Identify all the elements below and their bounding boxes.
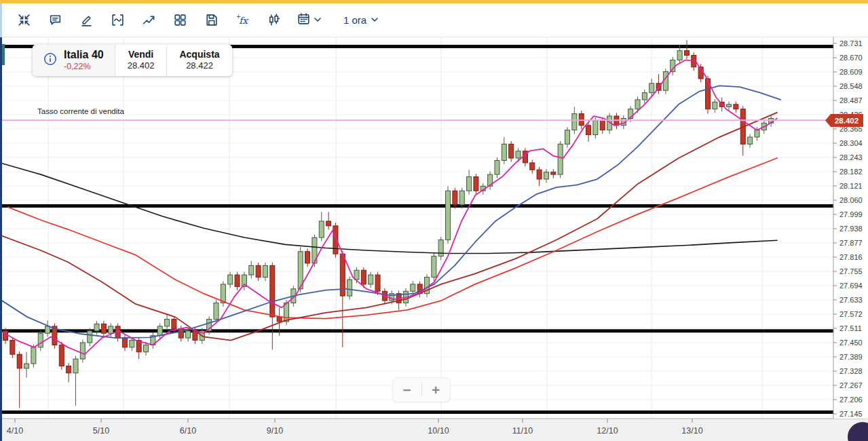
svg-text:28.243: 28.243 — [839, 153, 863, 161]
svg-text:28.670: 28.670 — [839, 54, 863, 62]
instrument-cell[interactable]: Italia 40 -0,22% — [33, 45, 115, 76]
svg-text:27.267: 27.267 — [839, 381, 863, 389]
function-icon: +fx — [235, 13, 250, 27]
sell-cell[interactable]: Vendi 28.402 — [115, 45, 167, 76]
top-accent-bar — [0, 0, 868, 3]
current-price-tag: 28.402 — [825, 114, 863, 127]
svg-text:10/10: 10/10 — [428, 426, 449, 436]
chart-toolbar: +fx 1 ora — [2, 3, 868, 37]
timeframe-selector[interactable]: 1 ora — [343, 14, 379, 26]
svg-text:28.121: 28.121 — [839, 182, 863, 190]
svg-text:28.609: 28.609 — [839, 68, 863, 76]
svg-text:27.755: 27.755 — [839, 267, 863, 275]
toolbar-button-comments[interactable] — [47, 12, 63, 28]
svg-text:28.548: 28.548 — [839, 82, 863, 90]
sell-rate-line-label: Tasso corrente di vendita — [37, 107, 124, 115]
left-edge-strip — [0, 37, 2, 441]
svg-text:4/10: 4/10 — [7, 426, 23, 436]
instrument-change: -0,22% — [64, 62, 104, 72]
timeframe-label: 1 ora — [343, 14, 366, 26]
svg-text:28.731: 28.731 — [839, 39, 863, 47]
svg-text:11/10: 11/10 — [512, 426, 533, 436]
svg-text:27.450: 27.450 — [839, 339, 863, 347]
svg-text:27.206: 27.206 — [839, 396, 863, 404]
svg-text:12/10: 12/10 — [597, 426, 618, 436]
toolbar-button-layout[interactable] — [172, 12, 188, 28]
toolbar-button-save[interactable] — [203, 12, 219, 28]
svg-text:28.060: 28.060 — [839, 196, 863, 204]
svg-text:27.328: 27.328 — [839, 367, 863, 375]
instrument-name: Italia 40 — [64, 49, 104, 61]
svg-text:27.389: 27.389 — [839, 353, 863, 361]
svg-text:27.877: 27.877 — [839, 239, 863, 247]
zoom-out-button[interactable]: − — [393, 379, 421, 401]
svg-text:27.145: 27.145 — [839, 410, 863, 418]
buy-label: Acquista — [179, 49, 219, 60]
collapse-icon — [17, 13, 31, 27]
svg-text:13/10: 13/10 — [681, 426, 702, 436]
calendar-icon — [297, 12, 311, 26]
calendar-chevron-down-icon — [314, 14, 322, 26]
svg-text:28.182: 28.182 — [839, 168, 863, 176]
svg-text:27.816: 27.816 — [839, 253, 863, 261]
timeframe-chevron-down-icon — [371, 14, 379, 26]
svg-text:fx: fx — [239, 15, 249, 26]
svg-text:28.304: 28.304 — [839, 139, 863, 147]
svg-text:27.633: 27.633 — [839, 296, 863, 304]
toolbar-button-collapse[interactable] — [16, 12, 32, 28]
svg-text:9/10: 9/10 — [267, 426, 283, 436]
sell-label: Vendi — [128, 49, 153, 60]
zoom-controls: − + — [392, 377, 451, 402]
toolbar-button-indicators[interactable] — [109, 12, 126, 28]
svg-text:27.511: 27.511 — [839, 324, 862, 332]
svg-text:5/10: 5/10 — [93, 426, 109, 436]
comments-icon — [48, 13, 62, 27]
layout-icon — [173, 13, 187, 27]
svg-text:27.999: 27.999 — [839, 210, 863, 218]
toolbar-button-draw[interactable] — [78, 12, 94, 28]
indicators-icon — [111, 13, 125, 27]
candles-icon — [267, 13, 281, 27]
svg-text:27.572: 27.572 — [839, 310, 863, 318]
left-edge-strip-top — [0, 3, 2, 37]
buy-value: 28.422 — [186, 60, 213, 71]
svg-text:6/10: 6/10 — [180, 426, 196, 436]
svg-text:27.938: 27.938 — [839, 225, 863, 233]
toolbar-button-calendar[interactable] — [297, 12, 322, 28]
svg-text:28.487: 28.487 — [839, 96, 863, 104]
zoom-in-button[interactable]: + — [422, 379, 451, 401]
sell-value: 28.402 — [128, 60, 155, 71]
draw-icon — [79, 13, 94, 27]
buy-cell[interactable]: Acquista 28.422 — [166, 45, 231, 76]
trading-chart-app: { "toolbar": { "icons": ["collapse","com… — [0, 0, 868, 441]
toolbar-button-candles[interactable] — [265, 12, 282, 28]
toolbar-button-trend[interactable] — [140, 12, 157, 28]
info-icon[interactable] — [43, 52, 57, 69]
trend-icon — [142, 13, 156, 27]
instrument-info-box[interactable]: Italia 40 -0,22% Vendi 28.402 Acquista 2… — [33, 45, 232, 76]
save-icon — [204, 13, 219, 27]
toolbar-button-function[interactable]: +fx — [234, 12, 250, 28]
svg-text:27.694: 27.694 — [839, 282, 863, 290]
